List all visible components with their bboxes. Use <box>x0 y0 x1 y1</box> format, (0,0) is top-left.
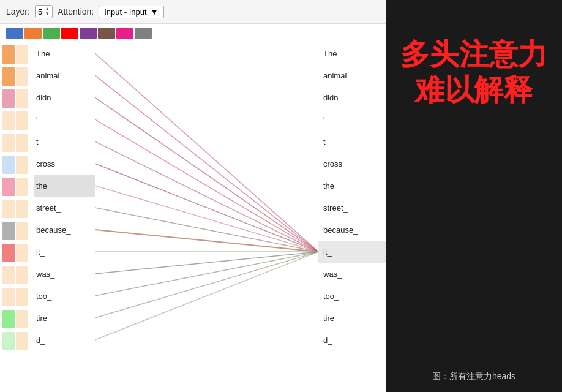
svg-line-10 <box>95 252 318 274</box>
token-right[interactable]: because_ <box>318 219 386 241</box>
color-block <box>16 332 28 350</box>
token-right[interactable]: cross_ <box>318 153 386 175</box>
left-panel: Layer: 5 ▲ ▼ Attention: Input - Input ▼ … <box>0 0 386 392</box>
color-block <box>2 332 15 350</box>
color-block <box>2 244 15 262</box>
color-swatch[interactable] <box>80 28 97 39</box>
color-block <box>2 89 15 108</box>
color-block-row <box>2 88 31 110</box>
token-right[interactable]: t_ <box>318 130 386 153</box>
color-block-row <box>2 110 31 132</box>
token-right[interactable]: too_ <box>318 285 386 307</box>
attention-value: Input - Input <box>104 7 146 17</box>
svg-line-3 <box>95 119 318 252</box>
token-right[interactable]: street_ <box>318 197 386 219</box>
svg-line-5 <box>95 164 318 252</box>
color-block <box>2 222 15 240</box>
color-block-row <box>2 176 31 198</box>
color-block-row <box>2 198 31 220</box>
layer-value: 5 <box>38 7 42 17</box>
attention-lines-svg <box>95 42 318 392</box>
color-swatch[interactable] <box>6 28 23 39</box>
tokens-left: The_animal_didn_'_t_cross_the_street_bec… <box>34 42 95 392</box>
color-block <box>2 178 15 196</box>
svg-line-13 <box>95 252 318 340</box>
token-right[interactable]: was_ <box>318 263 386 285</box>
svg-line-11 <box>95 252 318 296</box>
svg-line-1 <box>95 75 318 252</box>
token-right[interactable]: d_ <box>318 329 386 351</box>
color-block <box>16 156 28 174</box>
color-block-row <box>2 66 31 88</box>
token-left[interactable]: '_ <box>34 108 95 130</box>
token-right[interactable]: tire <box>318 307 386 329</box>
token-right[interactable]: animal_ <box>318 64 386 86</box>
color-block-row <box>2 43 31 66</box>
token-right[interactable]: The_ <box>318 42 386 64</box>
svg-line-8 <box>95 230 318 252</box>
token-left[interactable]: cross_ <box>34 153 95 175</box>
token-right[interactable]: '_ <box>318 108 386 130</box>
token-left[interactable]: d_ <box>34 329 95 351</box>
token-left[interactable]: didn_ <box>34 86 95 108</box>
dropdown-arrow-icon: ▼ <box>151 7 159 17</box>
color-block <box>2 156 15 174</box>
token-right[interactable]: it_ <box>318 241 386 263</box>
token-right[interactable]: didn_ <box>318 86 386 108</box>
title-line2: 难以解释 <box>415 74 533 106</box>
attention-viz: The_animal_didn_'_t_cross_the_street_bec… <box>0 42 386 392</box>
color-block <box>16 178 28 196</box>
color-block <box>16 244 28 262</box>
token-left[interactable]: street_ <box>34 197 95 219</box>
color-block <box>16 134 28 152</box>
chinese-title: 多头注意力 难以解释 <box>386 0 562 119</box>
color-block <box>16 67 28 86</box>
token-left[interactable]: because_ <box>34 219 95 241</box>
token-left[interactable]: too_ <box>34 285 95 307</box>
color-block <box>16 45 28 64</box>
color-swatch[interactable] <box>98 28 115 39</box>
color-block-row <box>2 154 31 176</box>
color-block <box>2 67 15 86</box>
color-block <box>16 266 28 284</box>
color-block <box>2 266 15 284</box>
color-swatch[interactable] <box>61 28 78 39</box>
color-block <box>2 45 15 64</box>
color-block-row <box>2 330 31 352</box>
attention-lines-area <box>95 42 318 392</box>
color-block <box>16 111 28 130</box>
color-block <box>16 288 28 306</box>
attention-select[interactable]: Input - Input ▼ <box>99 6 163 18</box>
color-block <box>16 222 28 240</box>
color-block <box>16 200 28 218</box>
svg-line-12 <box>95 252 318 318</box>
color-block-row <box>2 242 31 264</box>
color-swatch[interactable] <box>24 28 42 39</box>
token-left[interactable]: it_ <box>34 241 95 263</box>
attention-label: Attention: <box>58 7 94 17</box>
layer-control[interactable]: 5 ▲ ▼ <box>35 5 53 18</box>
token-left[interactable]: the_ <box>34 175 95 197</box>
token-left[interactable]: The_ <box>34 42 95 64</box>
layer-label: Layer: <box>6 7 30 17</box>
layer-arrows[interactable]: ▲ ▼ <box>45 7 50 17</box>
color-swatches <box>0 24 386 42</box>
title-line1: 多头注意力 <box>400 38 547 70</box>
svg-line-7 <box>95 208 318 252</box>
token-left[interactable]: t_ <box>34 130 95 153</box>
token-left[interactable]: animal_ <box>34 64 95 86</box>
svg-line-6 <box>95 186 318 252</box>
color-swatch[interactable] <box>135 28 152 39</box>
color-block-row <box>2 308 31 330</box>
color-block <box>2 200 15 218</box>
token-right[interactable]: the_ <box>318 175 386 197</box>
token-left[interactable]: was_ <box>34 263 95 285</box>
right-panel: 多头注意力 难以解释 图：所有注意力heads <box>386 0 562 392</box>
color-block <box>16 89 28 108</box>
color-block <box>2 310 15 328</box>
svg-line-4 <box>95 141 318 252</box>
color-swatch[interactable] <box>43 28 60 39</box>
arrow-down-icon: ▼ <box>45 12 50 17</box>
color-swatch[interactable] <box>116 28 133 39</box>
token-left[interactable]: tire <box>34 307 95 329</box>
